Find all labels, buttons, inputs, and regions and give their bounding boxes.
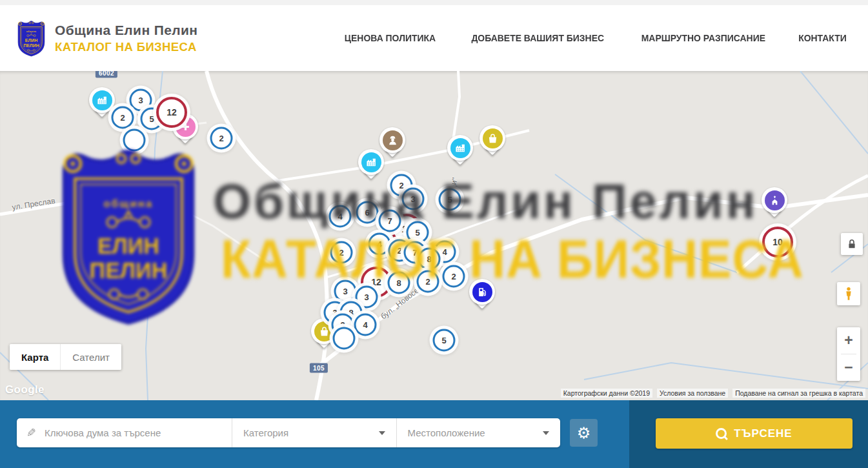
- zoom-out-button[interactable]: −: [837, 354, 860, 381]
- municipality-crest-logo[interactable]: [16, 19, 46, 57]
- keyword-section: ✎: [17, 418, 232, 447]
- factory-pin[interactable]: [89, 87, 115, 113]
- map-data-copyright: Картографски данни ©2019: [561, 389, 652, 398]
- cluster-marker[interactable]: 3: [334, 280, 357, 303]
- pin-core: [483, 128, 503, 148]
- pin-disc: [469, 279, 495, 305]
- pencil-icon: ✎: [26, 426, 36, 440]
- pin-core: [472, 282, 492, 302]
- map-type-map-button[interactable]: Карта: [10, 344, 60, 370]
- bag-icon: [487, 133, 498, 144]
- google-logo[interactable]: Google: [5, 383, 45, 396]
- search-button[interactable]: ТЪРСЕНЕ: [656, 418, 853, 449]
- chevron-down-icon: [543, 431, 549, 435]
- category-select[interactable]: Категория: [232, 418, 397, 447]
- nav-item-route-schedule[interactable]: МАРШРУТНО РАЗПИСАНИЕ: [641, 32, 765, 44]
- pin-core: [361, 152, 381, 172]
- site-title: Община Елин Пелин: [55, 22, 197, 39]
- cluster-marker[interactable]: 6: [356, 201, 379, 224]
- street-view-pegman-button[interactable]: [837, 282, 860, 305]
- cluster-marker[interactable]: 5: [439, 188, 461, 211]
- cluster-marker[interactable]: 7: [379, 210, 401, 232]
- cluster-marker[interactable]: 8: [418, 248, 441, 270]
- cluster-marker[interactable]: 2: [210, 127, 233, 150]
- terms-link[interactable]: Условия за ползване: [657, 389, 728, 398]
- cluster-marker[interactable]: [123, 129, 146, 152]
- church-icon: [769, 195, 780, 206]
- site-subtitle: КАТАЛОГ НА БИЗНЕСА: [55, 39, 197, 54]
- cluster-marker[interactable]: 2: [443, 265, 465, 288]
- map-attribution: Картографски данни ©2019 Условия за полз…: [561, 389, 865, 398]
- fuel-pin[interactable]: [469, 279, 495, 305]
- pin-core: [383, 130, 403, 150]
- cluster-marker[interactable]: 5: [433, 329, 456, 352]
- zoom-in-button[interactable]: +: [837, 327, 860, 354]
- search-group: ✎ Категория Местоположение: [17, 418, 560, 447]
- pin-core: [765, 190, 785, 210]
- top-strip: [0, 0, 868, 5]
- cluster-marker[interactable]: 5: [407, 221, 429, 244]
- cluster-marker[interactable]: 3: [402, 188, 425, 210]
- search-button-label: ТЪРСЕНЕ: [734, 427, 792, 440]
- pin-core: [450, 138, 470, 158]
- cluster-marker[interactable]: 10: [762, 227, 793, 258]
- nav-item-pricing[interactable]: ЦЕНОВА ПОЛИТИКА: [345, 32, 436, 44]
- pin-disc: [89, 87, 115, 113]
- factory-pin[interactable]: [358, 149, 384, 175]
- factory-icon: [455, 143, 466, 154]
- header: Община Елин Пелин КАТАЛОГ НА БИЗНЕСА ЦЕН…: [0, 5, 868, 71]
- worker-icon: [387, 135, 398, 146]
- search-bar: ✎ Категория Местоположение ⚙ ТЪРСЕНЕ: [0, 400, 868, 468]
- cluster-marker[interactable]: [333, 327, 356, 350]
- location-select-label: Местоположение: [408, 427, 485, 438]
- search-icon: [716, 428, 727, 439]
- factory-icon: [97, 95, 108, 106]
- keyword-input[interactable]: [43, 427, 222, 439]
- nav-item-add-business[interactable]: ДОБАВЕТЕ ВАШИЯТ БИЗНЕС: [471, 32, 604, 44]
- map-markers-layer: 32512223513647542274822128333834510: [0, 71, 868, 400]
- cluster-marker[interactable]: 12: [156, 97, 187, 128]
- factory-icon: [366, 157, 377, 168]
- cluster-marker[interactable]: 2: [330, 241, 353, 264]
- factory-pin[interactable]: [447, 135, 473, 161]
- cluster-marker[interactable]: 2: [417, 270, 439, 293]
- map-type-control: Карта Сателит: [10, 344, 121, 370]
- cluster-marker[interactable]: 4: [329, 205, 352, 228]
- cluster-marker[interactable]: 4: [368, 233, 391, 256]
- zoom-control: + −: [837, 327, 860, 381]
- page: община ЕЛИН ПЕЛИН: [0, 0, 868, 468]
- bag-icon: [319, 326, 330, 337]
- church-pin[interactable]: [762, 187, 787, 213]
- map-type-satellite-button[interactable]: Сателит: [60, 344, 121, 370]
- category-select-label: Категория: [243, 427, 288, 438]
- lock-button[interactable]: [841, 233, 863, 255]
- chevron-down-icon: [379, 431, 385, 435]
- pin-disc: [447, 135, 473, 161]
- pin-disc: [762, 187, 787, 213]
- cluster-marker[interactable]: 2: [112, 107, 134, 129]
- bag-pin[interactable]: [479, 125, 505, 151]
- advanced-settings-button[interactable]: ⚙: [570, 419, 598, 447]
- cluster-marker[interactable]: 4: [354, 314, 377, 336]
- location-select[interactable]: Местоположение: [397, 418, 561, 447]
- pegman-icon: [841, 286, 856, 301]
- pin-disc: [479, 125, 505, 151]
- main-nav: ЦЕНОВА ПОЛИТИКА ДОБАВЕТЕ ВАШИЯТ БИЗНЕС М…: [339, 32, 849, 44]
- gear-icon: ⚙: [577, 424, 591, 442]
- brand-block[interactable]: Община Елин Пелин КАТАЛОГ НА БИЗНЕСА: [55, 22, 197, 54]
- google-map[interactable]: 6002105ул. Преславбул. „Новоселци" 32512…: [0, 71, 868, 400]
- lock-icon: [845, 238, 858, 250]
- cluster-marker[interactable]: 8: [388, 272, 410, 294]
- pin-disc: [358, 149, 384, 175]
- nav-item-contacts[interactable]: КОНТАКТИ: [798, 32, 847, 44]
- fuel-icon: [477, 287, 488, 298]
- report-error-link[interactable]: Подаване на сигнал за грешка в картата: [732, 389, 865, 398]
- pin-core: [92, 90, 112, 110]
